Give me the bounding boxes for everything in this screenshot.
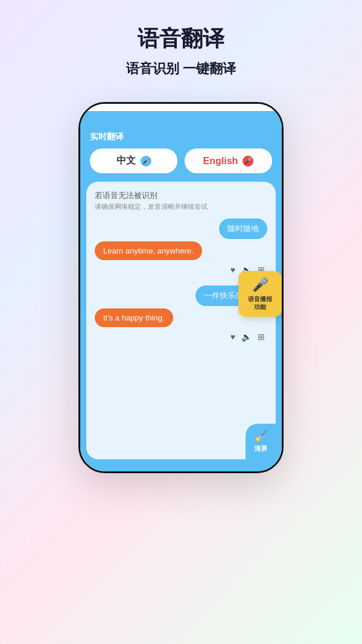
share-icon-2[interactable]: ⊞ xyxy=(258,332,265,342)
lang-button-chinese[interactable]: 中文 🎤 xyxy=(90,148,177,173)
app-title-bar: 实时翻译 xyxy=(80,128,282,148)
tooltip-label: 语音播报功能 xyxy=(246,295,275,311)
heart-icon-1[interactable]: ♥ xyxy=(230,265,235,275)
sub-title: 语音识别 一键翻译 xyxy=(18,60,344,78)
mic-icon-chinese: 🎤 xyxy=(141,156,151,167)
lang-button-english[interactable]: English 🎤 xyxy=(185,148,272,173)
clear-icon: 🧹 xyxy=(254,430,267,443)
action-row-2: ♥ 🔈 ⊞ xyxy=(95,330,267,348)
heart-icon-2[interactable]: ♥ xyxy=(230,332,235,342)
clear-label: 清屏 xyxy=(254,444,267,453)
mic-icon-english: 🎤 xyxy=(243,156,253,167)
main-title: 语音翻译 xyxy=(18,24,344,54)
lang-buttons: 中文 🎤 English 🎤 xyxy=(80,148,282,182)
error-title: 若语音无法被识别 xyxy=(95,190,267,201)
message-row-1: 随时随地 Learn anytime, anywhere. ♥ 🔈 ⊞ xyxy=(95,218,267,281)
bubble-left-1: Learn anytime, anywhere. xyxy=(95,241,267,260)
page-header: 语音翻译 语音识别 一键翻译 xyxy=(0,0,362,90)
clear-button[interactable]: 🧹 清屏 xyxy=(246,424,276,459)
lang-label-english: English xyxy=(203,156,238,167)
tooltip-mic-icon: 🎤 xyxy=(252,277,268,293)
phone-screen: 实时翻译 中文 🎤 English 🎤 若语音无法被识别 请确保网络稳定，发音清… xyxy=(80,111,282,471)
bubble-chinese-1: 随时随地 xyxy=(219,218,267,239)
error-message: 若语音无法被识别 请确保网络稳定，发音清晰并继续尝试 xyxy=(95,190,267,211)
bubble-right-1: 随时随地 xyxy=(95,218,267,239)
bubble-english-1: Learn anytime, anywhere. xyxy=(95,241,202,260)
chat-area: 若语音无法被识别 请确保网络稳定，发音清晰并继续尝试 随时随地 Learn an… xyxy=(86,182,276,459)
voice-tooltip: 🎤 语音播报功能 xyxy=(238,271,282,317)
status-bar xyxy=(80,111,282,128)
phone-notch xyxy=(80,104,282,111)
lang-label-chinese: 中文 xyxy=(116,155,136,167)
bubble-english-2: It's a happy thing. xyxy=(95,308,173,327)
phone-frame: 实时翻译 中文 🎤 English 🎤 若语音无法被识别 请确保网络稳定，发音清… xyxy=(78,102,284,473)
error-subtitle: 请确保网络稳定，发音清晰并继续尝试 xyxy=(95,202,267,211)
speaker-icon-2[interactable]: 🔈 xyxy=(241,332,252,342)
